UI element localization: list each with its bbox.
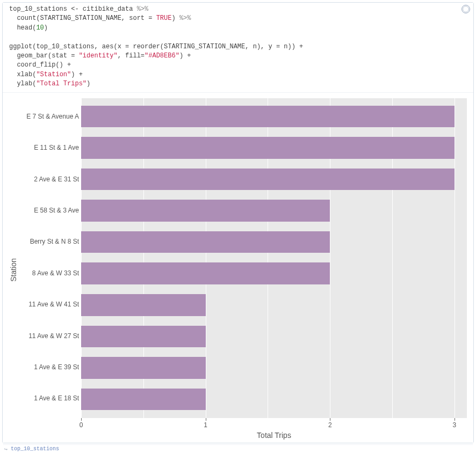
y-tick-label: E 58 St & 3 Ave [34, 207, 79, 214]
y-tick: E 58 St & 3 Ave [18, 200, 81, 221]
x-tick-label: 0 [80, 421, 83, 429]
bar [81, 326, 206, 348]
cell-output: Station E 7 St & Avenue AE 11 St & 1 Ave… [3, 93, 473, 443]
bar-row [81, 326, 467, 348]
y-tick: 2 Ave & E 31 St [18, 168, 81, 189]
bar-row [81, 137, 467, 159]
y-tick: 1 Ave & E 39 St [18, 356, 81, 378]
y-tick: 11 Ave & W 27 St [18, 325, 81, 346]
y-tick-label: 2 Ave & E 31 St [34, 175, 79, 183]
code-line: head(10) [9, 24, 48, 32]
bar-row [81, 200, 467, 222]
y-tick-label: 8 Ave & W 33 St [32, 269, 79, 277]
x-tick-mark [330, 418, 330, 421]
code-line: geom_bar(stat = "identity", fill="#AD8EB… [9, 52, 191, 60]
bar [81, 262, 330, 284]
bar-row [81, 169, 467, 191]
bar [81, 169, 455, 191]
y-tick-label: E 11 St & 1 Ave [34, 144, 79, 151]
x-axis: 0123 [81, 418, 467, 430]
bar [81, 231, 330, 253]
y-tick: 1 Ave & E 18 St [18, 387, 81, 409]
x-tick-label: 1 [204, 421, 207, 429]
code-line: xlab("Station") + [9, 71, 83, 78]
bar-row [81, 389, 467, 411]
bar-row [81, 106, 467, 128]
y-tick-label: 11 Ave & W 27 St [28, 332, 79, 340]
x-tick-mark [81, 418, 82, 421]
bar-row [81, 262, 467, 284]
plot-column: 0123 Total Trips [81, 98, 467, 442]
bar-row [81, 231, 467, 253]
y-tick-label: Berry St & N 8 St [30, 238, 79, 245]
code-line: ylab("Total Trips") [9, 80, 90, 87]
y-axis-ticks-column: E 7 St & Avenue AE 11 St & 1 Ave2 Ave & … [18, 98, 81, 442]
y-tick: 8 Ave & W 33 St [18, 262, 81, 284]
x-tick-label: 3 [452, 421, 456, 429]
y-axis-label-column: Station [9, 98, 18, 442]
bar [81, 200, 330, 222]
notebook-cell: top_10_stations <- citibike_data %>% cou… [2, 2, 474, 443]
y-tick: E 11 St & 1 Ave [18, 137, 81, 158]
y-tick-label: 1 Ave & E 39 St [34, 363, 79, 371]
output-variable-name[interactable]: top_10_stations [11, 446, 59, 452]
y-tick-label: 1 Ave & E 18 St [34, 394, 79, 402]
chart: Station E 7 St & Avenue AE 11 St & 1 Ave… [9, 98, 467, 442]
x-tick-mark [206, 418, 206, 421]
x-tick-label: 2 [328, 421, 332, 429]
bar [81, 357, 206, 379]
y-tick: E 7 St & Avenue A [18, 106, 81, 127]
code-line: coord_flip() + [9, 61, 71, 69]
y-axis-label: Station [9, 258, 18, 282]
bar-row [81, 294, 467, 316]
bar-row [81, 357, 467, 379]
bar [81, 137, 455, 159]
output-variable-footer: ↪ top_10_stations [3, 444, 473, 453]
output-arrow-icon: ↪ [4, 446, 8, 452]
code-line: top_10_stations <- citibike_data %>% [9, 5, 148, 13]
plot-panel [81, 98, 467, 418]
code-line: count(STARTING_STATION_NAME, sort = TRUE… [9, 14, 191, 22]
y-tick-label: E 7 St & Avenue A [26, 113, 79, 120]
code-input[interactable]: top_10_stations <- citibike_data %>% cou… [3, 3, 473, 93]
code-line: ggplot(top_10_stations, aes(x = reorder(… [9, 43, 303, 50]
bar [81, 294, 206, 316]
y-tick-label: 11 Ave & W 41 St [28, 301, 79, 308]
x-tick-mark [455, 418, 455, 421]
y-tick: 11 Ave & W 41 St [18, 294, 81, 315]
x-axis-label: Total Trips [81, 430, 467, 442]
cell-status-icon [461, 5, 470, 13]
bar [81, 106, 455, 128]
bar [81, 389, 206, 411]
y-tick: Berry St & N 8 St [18, 231, 81, 252]
